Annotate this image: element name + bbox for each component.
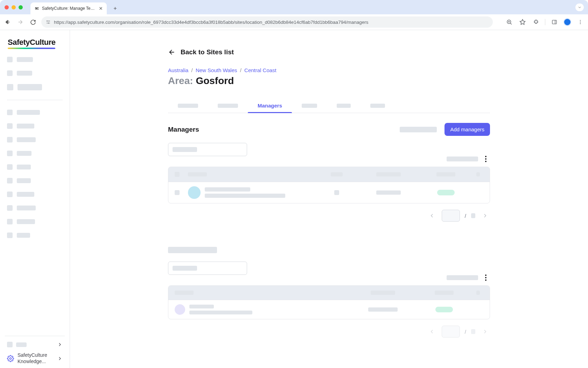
tab-placeholder[interactable] [168, 99, 208, 113]
pager-current-input[interactable] [442, 326, 460, 338]
browser-tab[interactable]: SC SafetyCulture: Manage Teams and... [30, 2, 107, 14]
gear-icon [7, 355, 14, 362]
side-panel-icon[interactable] [550, 18, 559, 26]
logo-underline [8, 48, 55, 49]
sidebar-item[interactable] [5, 70, 65, 76]
status-badge [437, 190, 455, 195]
svg-point-0 [47, 21, 48, 21]
sidebar-divider [7, 100, 63, 100]
chevron-right-icon [57, 356, 63, 361]
address-bar[interactable]: https://app.safetyculture.com/organisati… [41, 16, 493, 28]
extensions-icon[interactable] [532, 18, 540, 26]
secondary-table [168, 285, 490, 319]
forward-button[interactable] [16, 18, 24, 26]
tab-managers[interactable]: Managers [248, 99, 292, 113]
url-text: https://app.safetyculture.com/organisati… [54, 20, 368, 25]
sidebar-item[interactable] [5, 232, 65, 238]
sidebar-item[interactable] [5, 164, 65, 170]
logo-text: SafetyCulture [8, 38, 62, 47]
checkbox-header[interactable] [175, 172, 180, 177]
tab-title: SafetyCulture: Manage Teams and... [42, 6, 96, 11]
pagination: / [168, 326, 490, 338]
sidebar-item[interactable] [5, 178, 65, 183]
svg-point-7 [10, 357, 12, 359]
breadcrumb-link[interactable]: Central Coast [244, 67, 276, 73]
pagination: / [168, 210, 490, 222]
sidebar-knowledge-link[interactable]: SafetyCulture Knowledge... [5, 352, 65, 364]
zoom-icon[interactable] [505, 18, 513, 26]
kebab-menu-icon[interactable] [576, 18, 584, 26]
filter-placeholder[interactable] [447, 275, 478, 280]
section-title-placeholder [168, 247, 217, 253]
table-row[interactable] [168, 300, 490, 319]
sidebar-collapsed-item[interactable] [5, 342, 65, 347]
pager-separator: / [465, 213, 466, 219]
tab-placeholder[interactable] [360, 99, 395, 113]
filter-placeholder[interactable] [447, 157, 478, 161]
sidebar-item[interactable] [5, 219, 65, 224]
pager-next[interactable] [480, 327, 490, 336]
sidebar-item[interactable] [5, 137, 65, 143]
browser-tab-bar: SC SafetyCulture: Manage Teams and... [0, 0, 588, 14]
main-content: Back to Sites list Australia / New South… [70, 30, 588, 368]
site-settings-icon[interactable] [46, 19, 51, 25]
tab-placeholder[interactable] [208, 99, 248, 113]
pager-prev[interactable] [427, 327, 437, 336]
window-controls [5, 5, 23, 9]
tab-placeholder[interactable] [292, 99, 327, 113]
window-minimize-dot[interactable] [12, 5, 16, 9]
window-close-dot[interactable] [5, 5, 9, 9]
svg-point-4 [580, 20, 581, 21]
pager-total [471, 329, 475, 334]
table-header [168, 167, 490, 182]
kebab-menu[interactable] [482, 155, 490, 163]
sidebar-item[interactable] [5, 192, 65, 197]
checkbox[interactable] [175, 190, 180, 195]
pager-separator: / [465, 329, 466, 335]
back-to-sites-link[interactable]: Back to Sites list [168, 48, 490, 56]
search-input[interactable] [168, 262, 247, 275]
browser-toolbar: https://app.safetyculture.com/organisati… [0, 14, 588, 30]
breadcrumb-sep: / [191, 67, 193, 73]
back-button[interactable] [4, 18, 12, 26]
window-fullscreen-dot[interactable] [19, 5, 23, 9]
knowledge-label: SafetyCulture Knowledge... [18, 352, 54, 364]
pager-next[interactable] [480, 211, 490, 221]
title-value: Gosford [196, 75, 234, 86]
avatar [175, 304, 185, 315]
sidebar-item[interactable] [5, 84, 65, 90]
title-prefix: Area: [168, 75, 193, 86]
tab-favicon: SC [34, 6, 40, 11]
breadcrumb: Australia / New South Wales / Central Co… [168, 67, 490, 73]
breadcrumb-link[interactable]: New South Wales [196, 67, 237, 73]
sidebar-item[interactable] [5, 151, 65, 156]
pager-total [471, 213, 475, 218]
new-tab-button[interactable] [110, 4, 120, 13]
add-managers-button[interactable]: Add managers [444, 123, 490, 136]
sidebar-item[interactable] [5, 123, 65, 129]
bookmark-icon[interactable] [518, 18, 527, 26]
breadcrumb-link[interactable]: Australia [168, 67, 188, 73]
close-icon[interactable] [98, 6, 103, 11]
kebab-menu[interactable] [482, 273, 490, 282]
back-link-label: Back to Sites list [181, 48, 234, 56]
sidebar: SafetyCulture [0, 30, 70, 368]
sidebar-item[interactable] [5, 57, 65, 62]
sidebar-item[interactable] [5, 205, 65, 211]
app-logo[interactable]: SafetyCulture [8, 38, 62, 49]
sidebar-item[interactable] [5, 110, 65, 115]
svg-point-6 [580, 23, 581, 24]
toolbar-separator [545, 19, 545, 25]
avatar [188, 186, 201, 199]
arrow-left-icon [168, 48, 176, 56]
table-row[interactable] [168, 182, 490, 203]
profile-avatar[interactable] [564, 18, 571, 26]
page-title: Area: Gosford [168, 75, 490, 86]
breadcrumb-sep: / [240, 67, 241, 73]
reload-button[interactable] [29, 18, 37, 26]
tab-placeholder[interactable] [327, 99, 360, 113]
pager-prev[interactable] [427, 211, 437, 221]
pager-current-input[interactable] [442, 210, 460, 222]
tabs-overflow-button[interactable] [575, 4, 584, 11]
search-input[interactable] [168, 143, 247, 156]
